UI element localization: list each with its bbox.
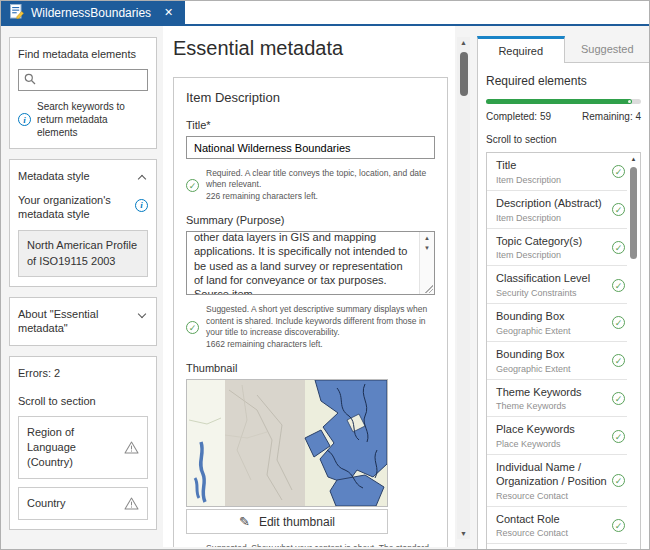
section-item-title: Place Keywords (496, 423, 607, 437)
section-item-text: Topic Category(s) Item Description (496, 235, 607, 261)
sections-scroll-label: Scroll to section (486, 134, 641, 145)
section-list-item[interactable]: Theme Keywords Theme Keywords ✓ (487, 380, 627, 418)
check-icon: ✓ (612, 474, 625, 487)
error-item-label: Region of Language (Country) (27, 425, 118, 470)
section-list-item[interactable]: Title Item Description ✓ (487, 153, 627, 191)
pencil-icon: ✎ (239, 514, 250, 529)
section-title: Item Description (186, 90, 435, 105)
check-icon: ✓ (612, 316, 625, 329)
about-header[interactable]: About "Essential metadata" (18, 307, 148, 336)
section-list-item[interactable]: Topic Category(s) Item Description ✓ (487, 229, 627, 267)
section-item-title: Title (496, 159, 607, 173)
about-card: About "Essential metadata" (9, 297, 157, 346)
progress-counts: Completed: 59 Remaining: 4 (486, 111, 641, 122)
check-icon: ✓ (612, 430, 625, 443)
error-item-label: Country (27, 496, 66, 511)
find-elements-card: Find metadata elements i Search keywords… (9, 37, 157, 149)
right-panel-tabs: Required Suggested (477, 36, 650, 63)
editor-body: Find metadata elements i Search keywords… (1, 26, 649, 547)
summary-field-label: Summary (Purpose) (186, 214, 435, 226)
error-section-item[interactable]: Country (18, 487, 148, 520)
page-title: Essential metadata (173, 37, 448, 60)
section-list-item[interactable]: Bounding Box Geographic Extent ✓ (487, 304, 627, 342)
check-icon: ✓ (612, 279, 625, 292)
error-section-item[interactable]: Region of Language (Country) (18, 416, 148, 479)
main-scrollbar[interactable]: ▲ ▼ (457, 37, 470, 539)
section-list-item[interactable]: Individual Name / Organization / Positio… (487, 544, 627, 550)
tab-bar: WildernessBoundaries ✕ (1, 1, 649, 26)
metadata-style-header[interactable]: Metadata style (18, 169, 148, 183)
check-icon: ✓ (612, 165, 625, 178)
progress-bar-fill (486, 99, 632, 104)
section-list-item[interactable]: Individual Name / Organization / Positio… (487, 455, 627, 507)
section-item-title: Bounding Box (496, 348, 607, 362)
section-item-subtitle: Security Constraints (496, 288, 607, 298)
section-list-item[interactable]: Bounding Box Geographic Extent ✓ (487, 342, 627, 380)
errors-card: Errors: 2 Scroll to section Region of La… (9, 356, 157, 530)
completed-count: Completed: 59 (486, 111, 551, 122)
section-list-item[interactable]: Place Keywords Place Keywords ✓ (487, 417, 627, 455)
section-list-item[interactable]: Contact Role Resource Contact ✓ (487, 507, 627, 545)
errors-count-label: Errors: 2 (18, 366, 148, 380)
tab-required[interactable]: Required (477, 36, 565, 63)
section-item-subtitle: Theme Keywords (496, 401, 607, 411)
close-icon[interactable]: ✕ (164, 6, 173, 19)
org-style-row: Your organization's metadata style i (18, 193, 148, 222)
edit-thumbnail-label: Edit thumbnail (259, 515, 335, 529)
search-box[interactable] (18, 69, 148, 91)
chevron-up-icon[interactable] (138, 175, 146, 183)
scrollbar-thumb[interactable] (630, 167, 637, 259)
section-item-subtitle: Item Description (496, 175, 607, 185)
search-hint-text: Search keywords to return metadata eleme… (37, 100, 148, 139)
tab-suggested[interactable]: Suggested (565, 36, 650, 63)
resize-grip-icon[interactable] (425, 285, 433, 293)
thumbnail-hint-text: Suggested. Show what your content is abo… (206, 543, 435, 547)
scroll-up-icon[interactable]: ▲ (420, 234, 434, 244)
summary-text: other data layers in GIS and mapping app… (194, 231, 414, 295)
summary-textarea[interactable]: other data layers in GIS and mapping app… (186, 231, 435, 295)
section-item-title: Classification Level (496, 272, 607, 286)
section-item-text: Title Item Description (496, 159, 607, 185)
find-elements-label: Find metadata elements (18, 47, 148, 61)
check-icon: ✓ (612, 392, 625, 405)
scroll-up-icon[interactable]: ▲ (457, 39, 470, 46)
check-icon: ✓ (612, 203, 625, 216)
scroll-up-icon[interactable]: ▲ (628, 156, 639, 162)
section-item-text: Bounding Box Geographic Extent (496, 310, 607, 336)
scroll-down-icon[interactable]: ▼ (457, 530, 470, 537)
required-elements-title: Required elements (486, 74, 641, 88)
tab-title: WildernessBoundaries (31, 6, 151, 20)
metadata-style-card: Metadata style Your organization's metad… (9, 159, 157, 287)
section-item-subtitle: Item Description (496, 213, 607, 223)
section-item-title: Topic Category(s) (496, 235, 607, 249)
remaining-count: Remaining: 4 (582, 111, 641, 122)
thumbnail-hint: ✓ Suggested. Show what your content is a… (186, 543, 435, 547)
title-input[interactable] (186, 136, 435, 159)
warning-icon (124, 441, 139, 454)
check-icon: ✓ (186, 321, 199, 334)
tab-wilderness-boundaries[interactable]: WildernessBoundaries ✕ (1, 1, 185, 24)
section-item-text: Contact Role Resource Contact (496, 513, 607, 539)
sections-scrollbar[interactable]: ▲ ▼ (628, 154, 639, 550)
metadata-style-value: North American Profile of ISO19115 2003 (18, 230, 148, 277)
title-hint: ✓ Required. A clear title conveys the to… (186, 168, 435, 202)
scroll-down-icon[interactable]: ▼ (420, 244, 434, 254)
metadata-document-icon (10, 4, 24, 22)
section-item-subtitle: Place Keywords (496, 439, 607, 449)
section-item-title: Theme Keywords (496, 386, 607, 400)
sections-list: Title Item Description ✓ Description (Ab… (486, 152, 641, 550)
scrollbar-thumb[interactable] (460, 52, 468, 96)
title-field-label: Title* (186, 119, 435, 131)
thumbnail-label: Thumbnail (186, 362, 435, 374)
search-input[interactable] (41, 74, 142, 86)
search-icon (24, 73, 36, 88)
right-panel: Required Suggested Required elements Com… (477, 36, 650, 550)
section-item-title: Individual Name / Organization / Positio… (496, 461, 607, 489)
edit-thumbnail-button[interactable]: ✎ Edit thumbnail (186, 509, 388, 534)
section-item-subtitle: Item Description (496, 250, 607, 260)
section-list-item[interactable]: Classification Level Security Constraint… (487, 266, 627, 304)
section-item-subtitle: Resource Contact (496, 528, 607, 538)
section-item-text: Description (Abstract) Item Description (496, 197, 607, 223)
section-list-item[interactable]: Description (Abstract) Item Description … (487, 191, 627, 229)
chevron-down-icon[interactable] (138, 310, 146, 318)
